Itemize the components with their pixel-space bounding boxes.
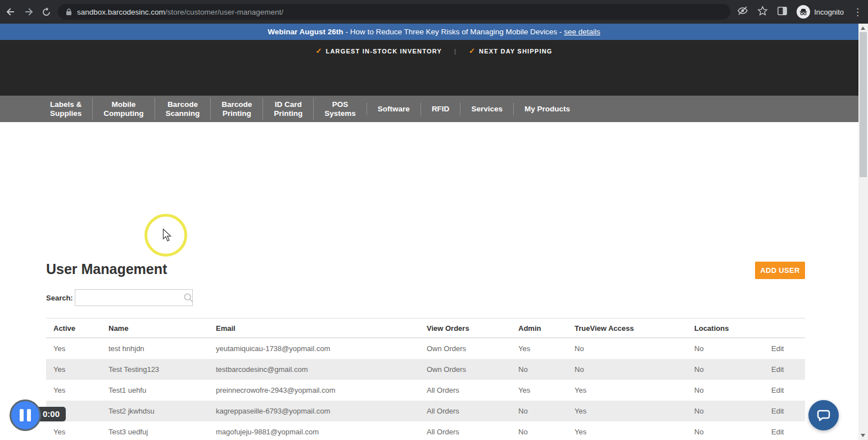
cell-email: preinnecrowofre-2943@yopmail.com — [209, 380, 419, 401]
cell-email: magofujeju-9881@yopmail.com — [209, 421, 419, 440]
pause-icon — [27, 409, 31, 421]
page-title: User Management — [46, 261, 167, 277]
col-email: Email — [209, 318, 419, 338]
cell-locations: No — [687, 359, 770, 380]
col-name: Name — [101, 318, 209, 338]
url-path: /store/customer/user-management/ — [165, 8, 283, 16]
table-header-row: Active Name Email View Orders Admin True… — [46, 318, 805, 338]
table-search-input[interactable] — [75, 294, 183, 302]
cell-admin: No — [511, 401, 567, 421]
cell-view_orders: All Orders — [419, 401, 511, 421]
col-trueview-access: TrueView Access — [567, 318, 687, 338]
cell-trueview: No — [567, 359, 687, 380]
cell-name: Test Testing123 — [101, 359, 209, 380]
col-active: Active — [46, 318, 101, 338]
promo-banner: Webinar August 26th - How to Reduce Thre… — [0, 24, 868, 40]
pause-recording-button[interactable] — [10, 399, 41, 431]
col-actions — [770, 318, 805, 338]
cell-locations: No — [687, 380, 770, 401]
cell-active: Yes — [46, 338, 101, 359]
table-row: YesTest1 uehfupreinnecrowofre-2943@yopma… — [46, 380, 805, 401]
forward-icon[interactable] — [24, 7, 34, 17]
browser-menu-icon[interactable]: ⋮ — [853, 7, 862, 17]
nav-item[interactable]: Software — [367, 102, 421, 116]
cell-email: testbarcodesinc@gmail.com — [209, 359, 419, 380]
cell-locations: No — [687, 421, 770, 440]
cell-locations: No — [687, 401, 770, 421]
url-bar[interactable]: sandbox.barcodesinc.com/store/customer/u… — [58, 4, 730, 20]
incognito-icon — [797, 5, 810, 19]
nav-item[interactable]: Mobile Computing — [92, 98, 154, 120]
nav-item[interactable]: ID Card Printing — [263, 98, 313, 120]
table-row: YesTest Testing123testbarcodesinc@gmail.… — [46, 359, 805, 380]
scrollbar-thumb[interactable] — [860, 32, 867, 177]
cell-active: Yes — [46, 421, 101, 440]
cell-trueview: Yes — [567, 421, 687, 440]
nav-item[interactable]: My Products — [513, 102, 581, 116]
bookmark-star-icon[interactable] — [757, 6, 768, 19]
cell-view_orders: All Orders — [419, 380, 511, 401]
usp-strip: ✓LARGEST IN-STOCK INVENTORY|✓NEXT DAY SH… — [0, 47, 868, 55]
browser-toolbar: sandbox.barcodesinc.com/store/customer/u… — [0, 0, 868, 24]
banner-text: - How to Reduce Three Key Risks of Manag… — [346, 28, 562, 36]
scroll-up-icon[interactable] — [861, 26, 865, 30]
cell-admin: Yes — [511, 338, 567, 359]
edit-link[interactable]: Edit — [770, 380, 805, 401]
nav-item[interactable]: Labels & Supplies — [39, 98, 92, 120]
main-nav: Labels & SuppliesMobile ComputingBarcode… — [0, 96, 868, 122]
usp-separator: | — [454, 48, 456, 55]
chat-widget-button[interactable] — [808, 400, 839, 430]
table-row: YesTest3 uedfujmagofujeju-9881@yopmail.c… — [46, 421, 805, 440]
nav-item[interactable]: Services — [460, 102, 513, 116]
side-panel-icon[interactable] — [777, 6, 788, 19]
cell-admin: Yes — [511, 380, 567, 401]
reload-icon[interactable] — [42, 7, 51, 17]
table-row: Yestest hnhjdnyeutamiquicau-1738@yopmail… — [46, 338, 805, 359]
nav-item[interactable]: Barcode Scanning — [155, 98, 211, 120]
add-user-button[interactable]: ADD USER — [755, 262, 805, 279]
nav-item[interactable]: RFID — [421, 102, 460, 116]
nav-item[interactable]: Barcode Printing — [210, 98, 263, 120]
cell-view_orders: Own Orders — [419, 338, 511, 359]
cell-name: Test3 uedfuj — [101, 421, 209, 440]
cell-trueview: No — [567, 338, 687, 359]
col-view-orders: View Orders — [419, 318, 511, 338]
incognito-label: Incognito — [814, 8, 844, 16]
usp-shipping: NEXT DAY SHIPPING — [479, 48, 552, 55]
users-table: Active Name Email View Orders Admin True… — [46, 318, 805, 440]
edit-link[interactable]: Edit — [770, 421, 805, 440]
banner-title: Webinar August 26th — [268, 28, 343, 36]
table-row: YesTest2 jkwhdsukagreppaseille-6793@yopm… — [46, 401, 805, 421]
cell-active: Yes — [46, 359, 101, 380]
page-scrollbar[interactable] — [858, 24, 868, 440]
cell-name: Test2 jkwhdsu — [101, 401, 209, 421]
banner-see-details-link[interactable]: see details — [564, 28, 600, 36]
incognito-indicator: Incognito — [797, 5, 844, 19]
chat-bubble-icon — [816, 408, 831, 423]
pause-icon — [20, 409, 24, 421]
page-content: User Management ADD USER Search: Active … — [0, 122, 868, 440]
cell-email: kagreppaseille-6793@yopmail.com — [209, 401, 419, 421]
col-admin: Admin — [511, 318, 567, 338]
cell-admin: No — [511, 421, 567, 440]
cell-active: Yes — [46, 380, 101, 401]
scroll-down-icon[interactable] — [861, 434, 865, 437]
cell-locations: No — [687, 338, 770, 359]
edit-link[interactable]: Edit — [770, 359, 805, 380]
edit-link[interactable]: Edit — [770, 401, 805, 421]
site-header: ✓LARGEST IN-STOCK INVENTORY|✓NEXT DAY SH… — [0, 40, 868, 96]
cell-view_orders: Own Orders — [419, 359, 511, 380]
col-locations: Locations — [687, 318, 770, 338]
edit-link[interactable]: Edit — [770, 338, 805, 359]
eye-off-icon[interactable] — [737, 5, 748, 19]
cell-name: test hnhjdn — [101, 338, 209, 359]
cell-trueview: Yes — [567, 401, 687, 421]
search-label: Search: — [46, 294, 73, 302]
back-icon[interactable] — [6, 7, 16, 17]
cell-admin: No — [511, 359, 567, 380]
lock-icon — [66, 8, 72, 16]
cell-trueview: Yes — [567, 380, 687, 401]
nav-item[interactable]: POS Systems — [313, 98, 367, 120]
url-host: sandbox.barcodesinc.com — [77, 8, 165, 16]
cell-name: Test1 uehfu — [101, 380, 209, 401]
